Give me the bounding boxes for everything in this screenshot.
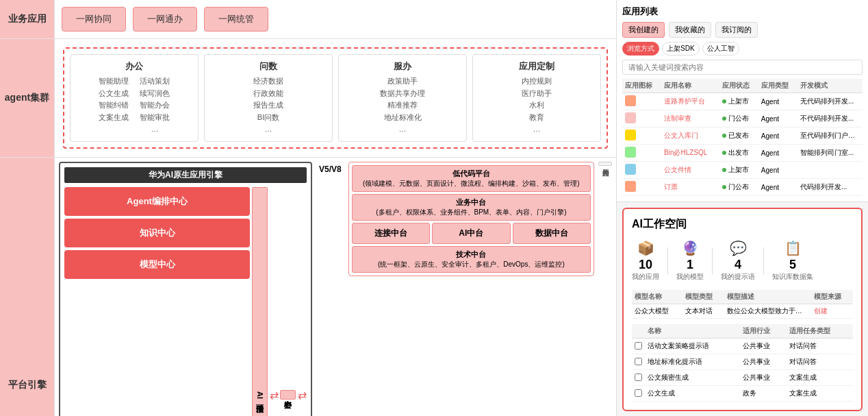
app-name-1[interactable]: 法制审查 xyxy=(661,110,719,127)
filter-sdk[interactable]: 上架SDK xyxy=(662,42,700,56)
stat-prompts-number: 4 xyxy=(735,258,741,272)
agent-box-fuban-items: 政策助手 数据共享办理 精准推荐 地址标准化 … xyxy=(344,75,461,136)
model-table-body: 公众大模型 文本对话 数位公众大模型致力于深耕公文领域，打造智能治... 创建 xyxy=(632,304,853,319)
main-panel: 业务应用 一网协同 一网通办 一网统管 agent集群 办公 智能助理 公文生成 xyxy=(0,0,616,416)
prompts-icon: 💬 xyxy=(730,240,747,256)
connect-label: 内外连接网关 xyxy=(598,162,612,166)
status-dot-3 xyxy=(722,151,726,155)
mth-name: 模型名称 xyxy=(632,290,682,304)
app-table-body: 道路养护平台 上架市 Agent 无代码排列开发... 法制审查 门公布 Age… xyxy=(622,93,863,196)
app-name-3[interactable]: Bin必HLZSQL xyxy=(661,145,719,162)
search-input[interactable] xyxy=(622,60,863,75)
v5v8-section: V5/V8 低代码平台 (领域建模、元数据、页面设计、微流程、编排构建、沙箱、发… xyxy=(316,162,612,416)
agent-box-office: 办公 智能助理 公文生成 智能纠错 文案生成 活动策划 续写润色 xyxy=(70,54,199,142)
filter-browse[interactable]: 浏览方式 xyxy=(622,42,659,56)
business-platform: 业务中台 (多租户、权限体系、业务组件、BPM、表单、内容、门户引擎) xyxy=(352,194,591,221)
app-icon-1 xyxy=(625,112,636,123)
huawei-main-col: Agent编排中心 知识中心 模型中心 xyxy=(64,187,250,416)
stat-divider-2 xyxy=(712,247,713,275)
stat-kb: 📋 5 知识库数据集 xyxy=(772,240,813,282)
agent-center[interactable]: Agent编排中心 xyxy=(64,187,250,216)
prompt-row: 公文频密生成 公共事业 文案生成 xyxy=(632,370,853,386)
prompt-check-0[interactable] xyxy=(635,342,642,350)
huawei-title: 华为AI原生应用引擎 xyxy=(64,167,307,183)
v5v8-outer: V5/V8 低代码平台 (领域建模、元数据、页面设计、微流程、编排构建、沙箱、发… xyxy=(316,162,612,276)
workspace-title: AI工作空间 xyxy=(632,217,853,232)
right-panel: 应用列表 我创建的 我收藏的 我订阅的 浏览方式 上架SDK 公人工智 应用图标… xyxy=(616,0,868,416)
stat-apps-number: 10 xyxy=(639,258,652,272)
ai-platform[interactable]: AI中台 xyxy=(432,223,510,244)
arrow-right-col: ⇄ xyxy=(298,187,307,416)
status-dot-2 xyxy=(722,134,726,138)
app-name-5[interactable]: 订票 xyxy=(661,179,719,196)
prompt-row: 公文生成 政务 文案生成 xyxy=(632,386,853,402)
stat-apps-label: 我的应用 xyxy=(632,272,659,282)
ai-govern: AI可信治理 xyxy=(252,187,268,416)
model-center[interactable]: 模型中心 xyxy=(64,250,250,279)
business-row: 业务应用 一网协同 一网通办 一网统管 xyxy=(0,0,616,39)
btn-yiwang-tongguan[interactable]: 一网统管 xyxy=(204,7,268,32)
stat-prompts-label: 我的提示语 xyxy=(721,272,755,282)
stat-prompts: 💬 4 我的提示语 xyxy=(721,240,755,282)
th-type: 应用类型 xyxy=(758,79,797,93)
model-row: 公众大模型 文本对话 数位公众大模型致力于深耕公文领域，打造智能治... 创建 xyxy=(632,304,853,319)
lowcode-platform: 低代码平台 (领域建模、元数据、页面设计、微流程、编排构建、沙箱、发布、管理) xyxy=(352,165,591,192)
arrow-asset-col: ⇄ 资产中心 xyxy=(270,187,296,416)
mth-desc: 模型描述 xyxy=(724,290,811,304)
agent-box-fuban-title: 服办 xyxy=(344,60,461,73)
model-table: 模型名称 模型类型 模型描述 模型来源 公众大模型 文本对话 数位公众大模型致力… xyxy=(632,290,853,319)
stat-models-number: 1 xyxy=(687,258,693,272)
th-mode: 开发模式 xyxy=(797,79,863,93)
mth-type: 模型类型 xyxy=(682,290,724,304)
prompt-check-3[interactable] xyxy=(635,389,642,397)
prompt-row: 活动文案策略提示语 公共事业 对话问答 xyxy=(632,339,853,354)
stat-kb-label: 知识库数据集 xyxy=(772,272,813,282)
app-list-title: 应用列表 xyxy=(622,5,863,18)
stat-kb-number: 5 xyxy=(789,258,796,272)
agent-box-fuban: 服办 政策助手 数据共享办理 精准推荐 地址标准化 … xyxy=(338,54,467,142)
arrow-icon: ⇄ xyxy=(270,389,279,402)
apps-icon: 📦 xyxy=(637,240,654,256)
agent-row: agent集群 办公 智能助理 公文生成 智能纠错 文案生成 xyxy=(0,39,616,158)
th-icon: 应用图标 xyxy=(622,79,661,93)
app-name-2[interactable]: 公文入库门 xyxy=(661,127,719,145)
table-row: 订票 门公布 Agent 代码排列开发... xyxy=(622,179,863,196)
prompt-table-header: 名称 适用行业 适用任务类型 xyxy=(632,324,853,339)
knowledge-center[interactable]: 知识中心 xyxy=(64,219,250,247)
label-business: 业务应用 xyxy=(0,0,55,38)
app-table-header: 应用图标 应用名称 应用状态 应用类型 开发模式 xyxy=(622,79,863,93)
btn-yiwang-tongban[interactable]: 一网通办 xyxy=(133,7,197,32)
prompt-row: 地址标准化提示语 公共事业 对话问答 xyxy=(632,354,853,370)
prompt-table-body: 活动文案策略提示语 公共事业 对话问答 地址标准化提示语 公共事业 对话问答 公… xyxy=(632,339,853,402)
platform-3col: 连接中台 AI中台 数据中台 xyxy=(352,223,591,244)
status-dot-1 xyxy=(722,117,726,121)
filter-human[interactable]: 公人工智 xyxy=(702,42,739,56)
model-table-header: 模型名称 模型类型 模型描述 模型来源 xyxy=(632,290,853,304)
table-row: 公文入库门 已发布 Agent 至代码排列门户开... xyxy=(622,127,863,145)
tab-my-favorites[interactable]: 我收藏的 xyxy=(669,22,711,38)
app-name-4[interactable]: 公文件情 xyxy=(661,162,719,179)
btn-yiwang-xietong[interactable]: 一网协同 xyxy=(62,7,126,32)
tab-my-created[interactable]: 我创建的 xyxy=(622,22,665,38)
data-platform[interactable]: 数据中台 xyxy=(513,223,591,244)
platform-content: 华为AI原生应用引擎 Agent编排中心 知识中心 模型中心 AI可信治理 xyxy=(55,158,616,416)
agent-box-office-title: 办公 xyxy=(76,60,192,73)
stat-models-label: 我的模型 xyxy=(676,272,704,282)
pth-task: 适用任务类型 xyxy=(787,324,853,339)
prompt-check-2[interactable] xyxy=(635,374,642,381)
app-name-0[interactable]: 道路养护平台 xyxy=(661,93,719,110)
pth-industry: 适用行业 xyxy=(740,324,787,339)
agent-box-custom-title: 应用定制 xyxy=(478,60,595,73)
connect-platform[interactable]: 连接中台 xyxy=(352,223,430,244)
status-dot-5 xyxy=(722,185,726,189)
prompt-table: 名称 适用行业 适用任务类型 活动文案策略提示语 公共事业 对话问答 地址标准化 xyxy=(632,324,853,402)
app-list-tabs: 我创建的 我收藏的 我订阅的 xyxy=(622,22,863,38)
workspace-stats: 📦 10 我的应用 🔮 1 我的模型 💬 4 我的提示语 📋 5 知识库数据集 xyxy=(632,240,853,282)
huawei-inner: Agent编排中心 知识中心 模型中心 AI可信治理 ⇄ 资产 xyxy=(64,187,307,416)
app-table: 应用图标 应用名称 应用状态 应用类型 开发模式 道路养护平台 上架市 Agen… xyxy=(622,79,863,196)
tab-my-subscribed[interactable]: 我订阅的 xyxy=(715,22,758,38)
prompt-check-1[interactable] xyxy=(635,358,642,365)
platform-grid: 低代码平台 (领域建模、元数据、页面设计、微流程、编排构建、沙箱、发布、管理) … xyxy=(352,165,591,273)
filter-row: 浏览方式 上架SDK 公人工智 xyxy=(622,42,863,56)
app-icon-5 xyxy=(625,181,636,192)
